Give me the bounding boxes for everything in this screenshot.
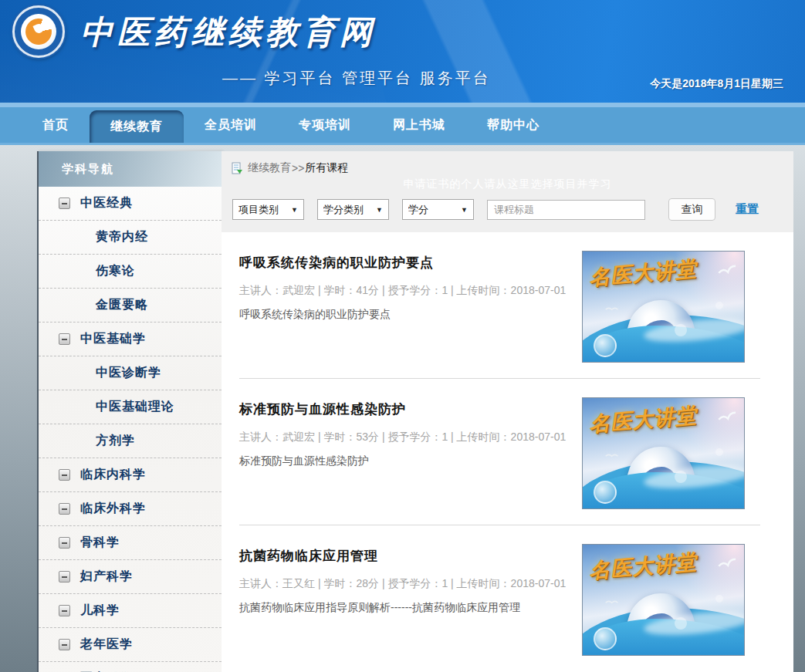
filter-row: 项目类别 ▼ 学分类别 ▼ 学分 ▼ 查询 重置: [231, 198, 784, 221]
nav-item[interactable]: 继续教育: [90, 110, 184, 143]
collapse-minus-icon[interactable]: [59, 503, 70, 515]
site-title: 中医药继续教育网: [80, 11, 377, 54]
dropdown-arrow-icon: ▼: [461, 206, 468, 214]
sidebar-item-label: 方剂学: [96, 433, 135, 449]
course-list: 呼吸系统传染病的职业防护要点 主讲人：武迎宏 | 学时：41分 | 授予学分：1…: [222, 232, 793, 671]
current-date-text: 今天是2018年8月1日星期三: [650, 77, 783, 91]
sidebar-item-label: 中医基础理论: [96, 399, 174, 415]
breadcrumb-separator: >>: [292, 162, 304, 174]
breadcrumb: 继续教育 >> 所有课程: [231, 161, 784, 175]
dropdown-arrow-icon: ▼: [291, 206, 298, 214]
course-meta: 主讲人：武迎宏 | 学时：53分 | 授予学分：1 | 上传时间：2018-07…: [239, 431, 579, 444]
collapse-minus-icon[interactable]: [59, 537, 70, 549]
main-nav: 首页 继续教育 全员培训 专项培训 网上书城 帮助中心: [0, 107, 805, 145]
sidebar-item-label: 妇产科学: [80, 569, 133, 585]
sidebar-item-list: 中医经典 黄帝内经 伤寒论 金匮要略: [39, 187, 222, 672]
nav-item[interactable]: 专项培训: [278, 107, 372, 143]
nav-item[interactable]: 网上书城: [372, 107, 466, 143]
sidebar-item[interactable]: 伤寒论: [39, 255, 222, 289]
logo-inner-circle: [21, 14, 56, 49]
sidebar-item[interactable]: 妇产科学: [39, 560, 222, 594]
sidebar-item-label: 中医诊断学: [96, 365, 161, 381]
site-header: 中医药继续教育网 —— 学习平台 管理平台 服务平台 今天是2018年8月1日星…: [0, 0, 805, 103]
course-thumbnail[interactable]: 名医大讲堂: [582, 544, 745, 656]
nav-item[interactable]: 帮助中心: [466, 107, 560, 143]
sidebar-item[interactable]: 五官科学: [39, 662, 222, 672]
course-meta: 主讲人：王又红 | 学时：28分 | 授予学分：1 | 上传时间：2018-07…: [239, 577, 579, 591]
sidebar-item[interactable]: 方剂学: [39, 424, 222, 458]
sidebar-item[interactable]: 黄帝内经: [39, 221, 222, 255]
sidebar-item-label: 儿科学: [80, 603, 120, 619]
course-row: 呼吸系统传染病的职业防护要点 主讲人：武迎宏 | 学时：41分 | 授予学分：1…: [239, 232, 760, 379]
sidebar-item-label: 中医基础学: [80, 331, 146, 347]
dropdown-arrow-icon: ▼: [376, 206, 383, 214]
project-type-select[interactable]: 项目类别 ▼: [232, 199, 304, 220]
sidebar-item-label: 伤寒论: [96, 263, 135, 279]
course-description: 抗菌药物临床应用指导原则解析------抗菌药物临床应用管理: [239, 601, 579, 615]
course-title-link[interactable]: 抗菌药物临床应用管理: [239, 547, 579, 565]
collapse-minus-icon[interactable]: [59, 333, 70, 345]
credit-select[interactable]: 学分 ▼: [402, 199, 474, 220]
query-button[interactable]: 查询: [668, 198, 715, 221]
breadcrumb-section-link[interactable]: 继续教育: [248, 161, 291, 175]
sidebar-item-label: 临床外科学: [80, 501, 146, 517]
certificate-hint-text: 申请证书的个人请从这里选择项目并学习: [231, 177, 784, 191]
sidebar-item-label: 金匮要略: [96, 297, 148, 313]
nav-item[interactable]: 首页: [22, 107, 90, 143]
course-info: 标准预防与血源性感染防护 主讲人：武迎宏 | 学时：53分 | 授予学分：1 |…: [239, 397, 579, 468]
sidebar-item-label: 中医经典: [80, 195, 133, 211]
collapse-minus-icon[interactable]: [59, 639, 70, 650]
collapse-minus-icon[interactable]: [59, 198, 70, 209]
project-type-value: 项目类别: [238, 203, 279, 217]
course-description: 标准预防与血源性感染防护: [239, 454, 579, 468]
breadcrumb-current[interactable]: 所有课程: [305, 161, 348, 175]
filter-panel: 继续教育 >> 所有课程 申请证书的个人请从这里选择项目并学习 项目类别 ▼ 学…: [222, 151, 793, 232]
collapse-minus-icon[interactable]: [59, 571, 70, 583]
sidebar-item[interactable]: 临床内科学: [39, 458, 222, 492]
course-meta: 主讲人：武迎宏 | 学时：41分 | 授予学分：1 | 上传时间：2018-07…: [239, 284, 579, 298]
sidebar-item[interactable]: 老年医学: [39, 628, 222, 662]
subject-sidebar: 学科导航 中医经典 黄帝内经 伤寒论: [37, 151, 222, 672]
site-tagline: —— 学习平台 管理平台 服务平台: [222, 68, 491, 89]
course-title-link[interactable]: 标准预防与血源性感染防护: [239, 400, 579, 418]
main-area: 学科导航 中医经典 黄帝内经 伤寒论: [37, 151, 793, 672]
sidebar-item[interactable]: 骨科学: [39, 526, 222, 560]
content-column: 继续教育 >> 所有课程 申请证书的个人请从这里选择项目并学习 项目类别 ▼ 学…: [222, 151, 793, 672]
sidebar-item[interactable]: 中医诊断学: [39, 356, 222, 390]
sidebar-item-label: 骨科学: [80, 535, 120, 551]
course-info: 抗菌药物临床应用管理 主讲人：王又红 | 学时：28分 | 授予学分：1 | 上…: [239, 544, 579, 615]
sidebar-item-label: 老年医学: [80, 637, 133, 653]
sidebar-item[interactable]: 中医基础理论: [39, 390, 222, 424]
sidebar-item-label: 临床内科学: [80, 467, 146, 483]
course-thumbnail[interactable]: 名医大讲堂: [582, 251, 745, 363]
reset-link[interactable]: 重置: [736, 202, 759, 217]
nav-item[interactable]: 全员培训: [184, 107, 278, 143]
course-description: 呼吸系统传染病的职业防护要点: [239, 308, 579, 322]
course-list-icon: [231, 162, 243, 174]
credit-type-value: 学分类别: [323, 203, 364, 217]
collapse-minus-icon[interactable]: [59, 469, 70, 481]
sidebar-item[interactable]: 金匮要略: [39, 289, 222, 322]
collapse-minus-icon[interactable]: [59, 605, 70, 616]
sidebar-title: 学科导航: [39, 151, 222, 187]
credit-type-select[interactable]: 学分类别 ▼: [317, 199, 389, 220]
sidebar-item-label: 黄帝内经: [96, 229, 148, 245]
sidebar-item[interactable]: 临床外科学: [39, 492, 222, 526]
sidebar-item[interactable]: 中医基础学: [39, 322, 222, 356]
sidebar-item[interactable]: 儿科学: [39, 594, 222, 628]
course-title-search-input[interactable]: [487, 200, 645, 220]
course-row: 抗菌药物临床应用管理 主讲人：王又红 | 学时：28分 | 授予学分：1 | 上…: [239, 525, 760, 671]
sidebar-item[interactable]: 中医经典: [39, 187, 222, 221]
logo-swirl-icon: [22, 15, 56, 49]
credit-value: 学分: [408, 203, 428, 217]
site-logo-icon[interactable]: [12, 5, 65, 58]
course-row: 标准预防与血源性感染防护 主讲人：武迎宏 | 学时：53分 | 授予学分：1 |…: [239, 379, 760, 525]
course-thumbnail[interactable]: 名医大讲堂: [582, 397, 745, 509]
course-title-link[interactable]: 呼吸系统传染病的职业防护要点: [239, 254, 579, 272]
course-info: 呼吸系统传染病的职业防护要点 主讲人：武迎宏 | 学时：41分 | 授予学分：1…: [239, 251, 579, 322]
